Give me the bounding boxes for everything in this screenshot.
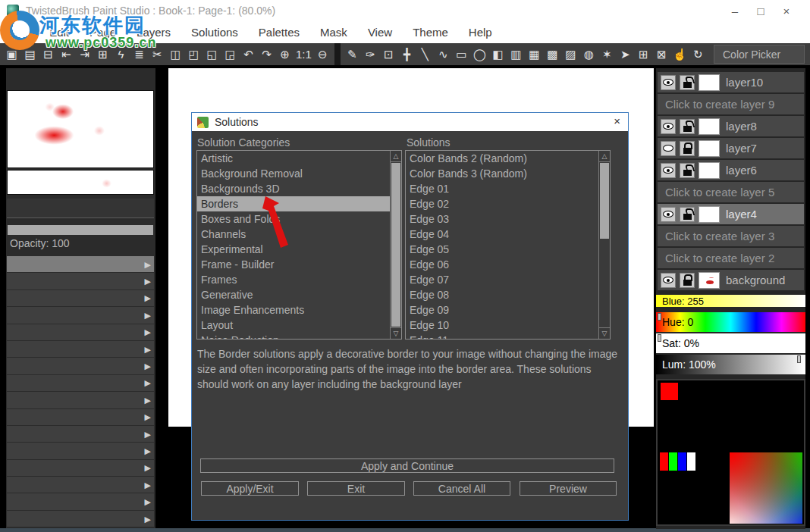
preset-row[interactable]: ▶ (7, 409, 154, 425)
layer-visibility-toggle[interactable] (661, 75, 676, 90)
preset-row[interactable]: ▶ (7, 307, 154, 323)
layer-lock-toggle[interactable] (680, 207, 695, 222)
category-item[interactable]: Experimental (197, 242, 390, 257)
layer-thumbnail[interactable] (699, 118, 720, 135)
slider-handle[interactable] (658, 334, 661, 342)
redo-icon[interactable]: ↷ (259, 44, 274, 64)
crop-icon[interactable]: ⊡ (381, 44, 396, 64)
import-page-icon[interactable]: ⊟ (41, 44, 55, 64)
preset-row[interactable]: ▶ (7, 493, 154, 509)
solution-item[interactable]: Edge 02 (406, 196, 598, 211)
green-swatch[interactable] (669, 452, 677, 471)
maximize-button[interactable]: □ (748, 5, 774, 17)
layer-row[interactable]: layer10 (658, 72, 804, 92)
texture-icon[interactable]: ▩ (545, 44, 560, 64)
mask-select-icon[interactable]: ▨ (564, 44, 578, 64)
solution-item[interactable]: Edge 08 (406, 287, 598, 302)
category-item[interactable]: Image Enhancements (197, 302, 390, 318)
category-item[interactable]: Noise Reduction (197, 333, 390, 340)
preset-row[interactable]: ▶ (7, 358, 154, 374)
cancel-all-button[interactable]: Cancel All (413, 481, 510, 496)
layer-thumbnail[interactable] (699, 272, 720, 289)
layer-lock-toggle[interactable] (680, 141, 695, 156)
category-item[interactable]: Channels (197, 227, 390, 242)
layer-thumbnail[interactable] (699, 140, 720, 157)
layer-lock-toggle[interactable] (680, 273, 695, 288)
preset-row[interactable]: ▶ (7, 324, 154, 340)
scroll-down-icon[interactable]: ▽ (599, 327, 610, 339)
undo-icon[interactable]: ↶ (241, 44, 256, 64)
wand-icon[interactable]: ✶ (600, 44, 614, 64)
exit-button[interactable]: Exit (307, 481, 405, 496)
layer-lock-toggle[interactable] (680, 75, 695, 90)
layer-row[interactable]: Click to create layer 3 (658, 226, 804, 246)
opacity-slider[interactable] (8, 225, 153, 235)
category-item[interactable]: Artistic (197, 151, 390, 166)
minimize-button[interactable]: – (722, 5, 748, 17)
preset-row[interactable]: ▶ (7, 290, 154, 306)
saturation-slider[interactable]: Sat: 0% (656, 333, 805, 353)
dialog-titlebar[interactable]: Solutions × (192, 113, 628, 131)
ellipse-select-icon[interactable]: ◯ (472, 44, 487, 64)
solution-item[interactable]: Color Bands 2 (Random) (406, 151, 598, 166)
menu-item[interactable]: Mask (320, 26, 347, 39)
move-icon[interactable]: ╋ (400, 44, 414, 64)
preset-row[interactable]: ▶ (7, 426, 154, 442)
layer-row[interactable]: Click to create layer 5 (658, 182, 804, 202)
menu-item[interactable]: Theme (413, 26, 448, 39)
color-picker-button[interactable]: Color Picker (714, 45, 805, 64)
layer-thumbnail[interactable] (699, 162, 720, 179)
layer-visibility-toggle[interactable] (661, 207, 676, 222)
categories-scrollbar[interactable]: △ ▽ (390, 151, 401, 339)
pattern-icon[interactable]: ▦ (527, 44, 542, 64)
menu-item[interactable]: Edit (49, 26, 69, 39)
category-item[interactable]: Borders (197, 196, 390, 211)
preset-row[interactable]: ▶ (7, 256, 154, 272)
menu-item[interactable]: Solutions (191, 26, 238, 39)
preset-row[interactable]: ▶ (7, 460, 154, 476)
preset-row[interactable]: ▶ (7, 341, 154, 357)
save-icon[interactable]: ▣ (5, 44, 19, 64)
preset-row[interactable]: ▶ (7, 477, 154, 493)
add-page-icon[interactable]: ⊞ (96, 44, 110, 64)
solution-item[interactable]: Edge 04 (406, 227, 598, 242)
dialog-close-button[interactable]: × (614, 114, 620, 127)
layer-visibility-toggle[interactable] (661, 141, 676, 156)
layer-row[interactable]: Click to create layer 9 (658, 94, 804, 114)
blue-swatch[interactable] (678, 452, 686, 471)
layer-row[interactable]: layer4 (658, 204, 804, 224)
preset-row[interactable]: ▶ (7, 273, 154, 289)
pointer-icon[interactable]: ➤ (618, 44, 633, 64)
pan-icon[interactable]: ☝ (673, 44, 687, 64)
solution-item[interactable]: Edge 05 (406, 242, 598, 257)
hue-slider[interactable]: Hue: 0 (656, 312, 805, 332)
layer-visibility-toggle[interactable] (661, 163, 676, 178)
prev-page-icon[interactable]: ⇤ (59, 44, 74, 64)
lasso-icon[interactable]: ∿ (436, 44, 451, 64)
solutions-scrollbar[interactable]: △ ▽ (598, 151, 610, 339)
layer-thumbnail[interactable] (699, 74, 720, 91)
menu-item[interactable]: View (368, 26, 392, 39)
paste-icon[interactable]: ◰ (187, 44, 201, 64)
rotate-icon[interactable]: ↻ (691, 44, 705, 64)
slider-handle[interactable] (658, 313, 661, 321)
solution-item[interactable]: Color Bands 3 (Random) (406, 166, 598, 181)
script-icon[interactable]: ≣ (132, 44, 146, 64)
preview-button[interactable]: Preview (520, 481, 617, 496)
gradient-icon[interactable]: ▥ (509, 44, 523, 64)
copy-icon[interactable]: ◫ (168, 44, 183, 64)
category-item[interactable]: Frame - Builder (197, 257, 390, 272)
menu-item[interactable]: Palettes (259, 26, 300, 39)
menu-item[interactable]: Help (469, 26, 492, 39)
book-icon[interactable]: ▤ (23, 44, 37, 64)
dropper-icon[interactable]: ✑ (363, 44, 378, 64)
menu-item[interactable]: Layers (137, 26, 171, 39)
current-color-swatch[interactable] (661, 383, 678, 400)
layer-row[interactable]: layer8 (658, 116, 804, 136)
layer-row[interactable]: Click to create layer 2 (658, 248, 804, 268)
layer-row[interactable]: layer7 (658, 138, 804, 158)
apply-and-continue-button[interactable]: Apply and Continue (200, 458, 614, 473)
category-item[interactable]: Generative (197, 287, 390, 302)
solution-item[interactable]: Edge 06 (406, 257, 598, 272)
preset-row[interactable]: ▶ (7, 443, 154, 458)
